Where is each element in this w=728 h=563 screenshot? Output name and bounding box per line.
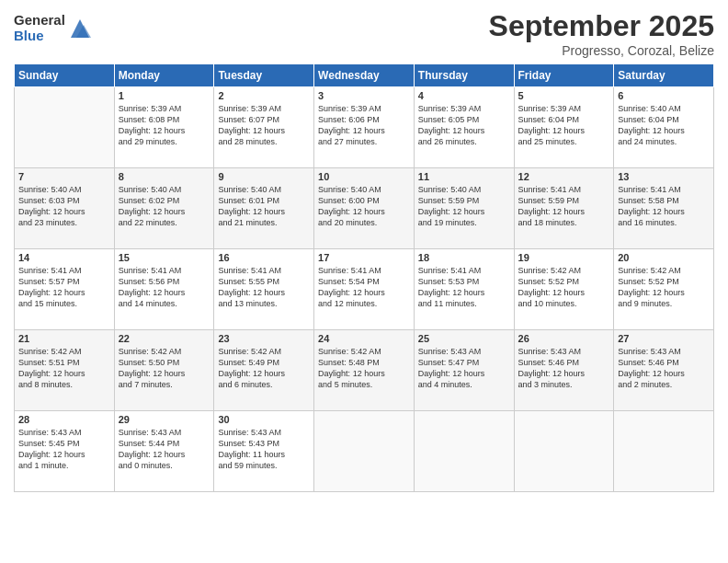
day-number: 18 bbox=[418, 252, 510, 263]
day-number: 20 bbox=[618, 252, 710, 263]
header-day-tuesday: Tuesday bbox=[214, 64, 314, 87]
calendar-cell: 23Sunrise: 5:42 AM Sunset: 5:49 PM Dayli… bbox=[214, 330, 314, 411]
day-info: Sunrise: 5:41 AM Sunset: 5:57 PM Dayligh… bbox=[18, 265, 110, 310]
calendar-cell: 25Sunrise: 5:43 AM Sunset: 5:47 PM Dayli… bbox=[414, 330, 514, 411]
day-number: 24 bbox=[318, 333, 410, 344]
calendar-cell bbox=[514, 411, 614, 492]
day-info: Sunrise: 5:40 AM Sunset: 6:00 PM Dayligh… bbox=[318, 184, 410, 229]
day-number: 19 bbox=[518, 252, 610, 263]
day-number: 21 bbox=[18, 333, 110, 344]
day-number: 11 bbox=[418, 171, 510, 182]
calendar-cell: 21Sunrise: 5:42 AM Sunset: 5:51 PM Dayli… bbox=[15, 330, 115, 411]
day-number: 10 bbox=[318, 171, 410, 182]
calendar-header: SundayMondayTuesdayWednesdayThursdayFrid… bbox=[15, 64, 714, 87]
calendar-cell: 12Sunrise: 5:41 AM Sunset: 5:59 PM Dayli… bbox=[514, 168, 614, 249]
week-row-4: 28Sunrise: 5:43 AM Sunset: 5:45 PM Dayli… bbox=[15, 411, 714, 492]
day-info: Sunrise: 5:41 AM Sunset: 5:53 PM Dayligh… bbox=[418, 265, 510, 310]
logo-general: General bbox=[14, 13, 65, 29]
calendar-cell: 13Sunrise: 5:41 AM Sunset: 5:58 PM Dayli… bbox=[614, 168, 714, 249]
week-row-1: 7Sunrise: 5:40 AM Sunset: 6:03 PM Daylig… bbox=[15, 168, 714, 249]
day-number: 26 bbox=[518, 333, 610, 344]
week-row-3: 21Sunrise: 5:42 AM Sunset: 5:51 PM Dayli… bbox=[15, 330, 714, 411]
header-day-friday: Friday bbox=[514, 64, 614, 87]
calendar-table: SundayMondayTuesdayWednesdayThursdayFrid… bbox=[14, 63, 714, 492]
header-day-thursday: Thursday bbox=[414, 64, 514, 87]
calendar-cell: 7Sunrise: 5:40 AM Sunset: 6:03 PM Daylig… bbox=[15, 168, 115, 249]
day-number: 23 bbox=[218, 333, 310, 344]
day-info: Sunrise: 5:42 AM Sunset: 5:52 PM Dayligh… bbox=[618, 265, 710, 310]
day-info: Sunrise: 5:41 AM Sunset: 5:56 PM Dayligh… bbox=[119, 265, 210, 310]
month-title: September 2025 bbox=[489, 9, 714, 43]
calendar-cell: 22Sunrise: 5:42 AM Sunset: 5:50 PM Dayli… bbox=[114, 330, 214, 411]
calendar-cell: 18Sunrise: 5:41 AM Sunset: 5:53 PM Dayli… bbox=[414, 249, 514, 330]
day-number: 22 bbox=[119, 333, 210, 344]
day-info: Sunrise: 5:41 AM Sunset: 5:54 PM Dayligh… bbox=[318, 265, 410, 310]
logo: General Blue bbox=[14, 13, 93, 43]
day-number: 8 bbox=[119, 171, 210, 182]
day-info: Sunrise: 5:40 AM Sunset: 6:01 PM Dayligh… bbox=[218, 184, 310, 229]
calendar-cell: 3Sunrise: 5:39 AM Sunset: 6:06 PM Daylig… bbox=[314, 87, 415, 168]
logo-icon bbox=[67, 16, 93, 41]
day-info: Sunrise: 5:43 AM Sunset: 5:44 PM Dayligh… bbox=[119, 427, 210, 472]
calendar-cell: 15Sunrise: 5:41 AM Sunset: 5:56 PM Dayli… bbox=[114, 249, 214, 330]
day-number: 6 bbox=[618, 90, 710, 101]
calendar-cell: 2Sunrise: 5:39 AM Sunset: 6:07 PM Daylig… bbox=[214, 87, 314, 168]
day-number: 5 bbox=[518, 90, 610, 101]
day-number: 29 bbox=[119, 414, 210, 425]
day-number: 7 bbox=[18, 171, 110, 182]
day-info: Sunrise: 5:42 AM Sunset: 5:52 PM Dayligh… bbox=[518, 265, 610, 310]
day-info: Sunrise: 5:41 AM Sunset: 5:59 PM Dayligh… bbox=[518, 184, 610, 229]
day-number: 12 bbox=[518, 171, 610, 182]
day-info: Sunrise: 5:39 AM Sunset: 6:06 PM Dayligh… bbox=[318, 103, 410, 148]
calendar-cell: 30Sunrise: 5:43 AM Sunset: 5:43 PM Dayli… bbox=[214, 411, 314, 492]
calendar-cell bbox=[15, 87, 115, 168]
week-row-0: 1Sunrise: 5:39 AM Sunset: 6:08 PM Daylig… bbox=[15, 87, 714, 168]
week-row-2: 14Sunrise: 5:41 AM Sunset: 5:57 PM Dayli… bbox=[15, 249, 714, 330]
calendar-cell: 17Sunrise: 5:41 AM Sunset: 5:54 PM Dayli… bbox=[314, 249, 415, 330]
calendar-cell: 16Sunrise: 5:41 AM Sunset: 5:55 PM Dayli… bbox=[214, 249, 314, 330]
calendar-cell: 28Sunrise: 5:43 AM Sunset: 5:45 PM Dayli… bbox=[15, 411, 115, 492]
calendar-cell bbox=[414, 411, 514, 492]
day-info: Sunrise: 5:40 AM Sunset: 6:04 PM Dayligh… bbox=[618, 103, 710, 148]
day-info: Sunrise: 5:43 AM Sunset: 5:43 PM Dayligh… bbox=[218, 427, 310, 472]
day-number: 15 bbox=[119, 252, 210, 263]
calendar-cell: 1Sunrise: 5:39 AM Sunset: 6:08 PM Daylig… bbox=[114, 87, 214, 168]
calendar-cell: 19Sunrise: 5:42 AM Sunset: 5:52 PM Dayli… bbox=[514, 249, 614, 330]
day-info: Sunrise: 5:42 AM Sunset: 5:48 PM Dayligh… bbox=[318, 346, 410, 391]
day-number: 14 bbox=[18, 252, 110, 263]
day-info: Sunrise: 5:43 AM Sunset: 5:46 PM Dayligh… bbox=[618, 346, 710, 391]
day-number: 28 bbox=[18, 414, 110, 425]
header-day-saturday: Saturday bbox=[614, 64, 714, 87]
day-info: Sunrise: 5:41 AM Sunset: 5:58 PM Dayligh… bbox=[618, 184, 710, 229]
calendar-cell: 9Sunrise: 5:40 AM Sunset: 6:01 PM Daylig… bbox=[214, 168, 314, 249]
day-number: 1 bbox=[119, 90, 210, 101]
day-info: Sunrise: 5:42 AM Sunset: 5:51 PM Dayligh… bbox=[18, 346, 110, 391]
day-info: Sunrise: 5:39 AM Sunset: 6:05 PM Dayligh… bbox=[418, 103, 510, 148]
header-day-wednesday: Wednesday bbox=[314, 64, 415, 87]
day-info: Sunrise: 5:43 AM Sunset: 5:45 PM Dayligh… bbox=[18, 427, 110, 472]
calendar-cell: 27Sunrise: 5:43 AM Sunset: 5:46 PM Dayli… bbox=[614, 330, 714, 411]
header-row: SundayMondayTuesdayWednesdayThursdayFrid… bbox=[15, 64, 714, 87]
calendar-cell: 5Sunrise: 5:39 AM Sunset: 6:04 PM Daylig… bbox=[514, 87, 614, 168]
day-number: 17 bbox=[318, 252, 410, 263]
day-number: 2 bbox=[218, 90, 310, 101]
calendar-cell bbox=[314, 411, 415, 492]
page-container: General Blue September 2025 Progresso, C… bbox=[0, 0, 728, 563]
day-number: 25 bbox=[418, 333, 510, 344]
day-info: Sunrise: 5:39 AM Sunset: 6:04 PM Dayligh… bbox=[518, 103, 610, 148]
day-info: Sunrise: 5:43 AM Sunset: 5:47 PM Dayligh… bbox=[418, 346, 510, 391]
day-info: Sunrise: 5:40 AM Sunset: 5:59 PM Dayligh… bbox=[418, 184, 510, 229]
day-info: Sunrise: 5:39 AM Sunset: 6:08 PM Dayligh… bbox=[119, 103, 210, 148]
calendar-cell: 11Sunrise: 5:40 AM Sunset: 5:59 PM Dayli… bbox=[414, 168, 514, 249]
calendar-body: 1Sunrise: 5:39 AM Sunset: 6:08 PM Daylig… bbox=[15, 87, 714, 492]
day-info: Sunrise: 5:40 AM Sunset: 6:02 PM Dayligh… bbox=[119, 184, 210, 229]
day-info: Sunrise: 5:42 AM Sunset: 5:49 PM Dayligh… bbox=[218, 346, 310, 391]
calendar-cell: 8Sunrise: 5:40 AM Sunset: 6:02 PM Daylig… bbox=[114, 168, 214, 249]
day-number: 30 bbox=[218, 414, 310, 425]
page-header: General Blue September 2025 Progresso, C… bbox=[14, 9, 714, 58]
day-info: Sunrise: 5:43 AM Sunset: 5:46 PM Dayligh… bbox=[518, 346, 610, 391]
calendar-cell bbox=[614, 411, 714, 492]
calendar-cell: 4Sunrise: 5:39 AM Sunset: 6:05 PM Daylig… bbox=[414, 87, 514, 168]
day-info: Sunrise: 5:39 AM Sunset: 6:07 PM Dayligh… bbox=[218, 103, 310, 148]
calendar-cell: 14Sunrise: 5:41 AM Sunset: 5:57 PM Dayli… bbox=[15, 249, 115, 330]
